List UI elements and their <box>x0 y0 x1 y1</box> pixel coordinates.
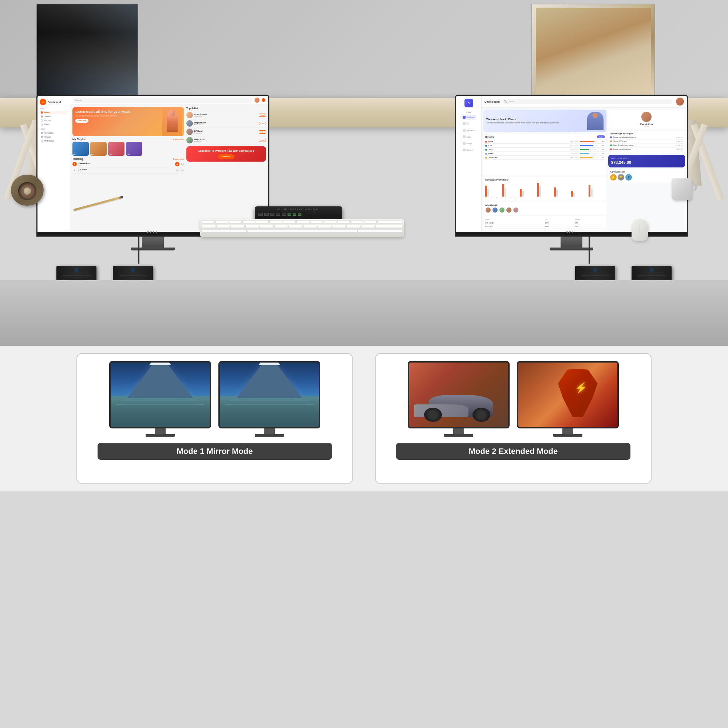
mouse-line <box>639 225 640 232</box>
trending-play-1[interactable]: ▶ <box>175 162 179 166</box>
artist-item-2[interactable]: Megan band Music Artist Follow <box>187 119 266 128</box>
result-row-react: React 19 Jul 2019 50% <box>485 152 605 156</box>
sc-search-box[interactable]: Search <box>73 98 252 102</box>
study-account-label: ACCOUNT BALANCE <box>611 158 682 159</box>
study-app: S Study Dashboard Art Applications <box>456 96 687 232</box>
study-nav-tasks[interactable]: Tasks <box>462 134 476 139</box>
speaker-left <box>11 175 44 206</box>
soundcloud-app: ♫ Souncloud Menu Home Genres Albums <box>37 96 268 232</box>
study-more-button[interactable]: More <box>597 135 605 138</box>
study-content-area: Welcome back! Diana You have completed 6… <box>482 108 687 232</box>
sc-playlist-explore[interactable]: Explore more <box>173 138 184 141</box>
study-nav-apps-label: Applications <box>466 130 476 132</box>
kvm-label: 4K HDMI USB3.0 KVM SWITCH [KKL] <box>277 208 320 210</box>
sc-playlist-section: My Playlist Explore more Chill Jazz Rock… <box>72 138 184 156</box>
sc-hero-sub: You can get premium you will get lovely … <box>75 115 134 117</box>
sc-subscribe-banner: Subscribe To Premium Now With SoundCloud… <box>187 146 266 162</box>
study-header-avatar <box>676 98 684 106</box>
monitor-left: ♫ Souncloud Menu Home Genres Albums <box>37 95 269 237</box>
study-nav-art[interactable]: Art <box>462 121 476 126</box>
sc-nav-mypl-label: My Playlist <box>44 140 54 142</box>
study-nav-ratings[interactable]: Ratings <box>462 141 476 146</box>
mode1-monitor-b-screen <box>220 362 319 427</box>
study-search-box[interactable]: 🔍 Search <box>502 99 672 104</box>
study-results-card: Results More HTML 17 Nov 2019 80% <box>483 134 606 176</box>
sc-subscribe-button[interactable]: Subscribe <box>218 154 234 159</box>
playlist-item-2[interactable]: Jazz <box>90 142 107 156</box>
study-logo: S <box>465 99 473 107</box>
sc-top-artist-section: Top Artist Arina Grande Music Artist Fol… <box>187 107 266 145</box>
study-results-title: Results <box>485 136 494 138</box>
playlist-item-1[interactable]: Chill <box>72 142 89 156</box>
sidebar-item-popular[interactable]: Popular <box>40 135 68 139</box>
sc-trending-explore[interactable]: Explore more <box>173 158 184 160</box>
sidebar-item-artists[interactable]: Artists <box>40 123 68 126</box>
trending-item-2[interactable]: 2 Als Band 2:30 ▶ 3:05 <box>72 167 184 174</box>
mode2-monitor-c-screen <box>409 362 508 427</box>
cable-left <box>138 235 139 264</box>
sidebar-item-genres[interactable]: Genres <box>40 115 68 118</box>
artist-item-3[interactable]: LP Band Music Artist Follow <box>187 128 266 136</box>
sc-listen-now-button[interactable]: Listen Now <box>75 119 89 123</box>
artist-item-1[interactable]: Arina Grande Music Artist Follow <box>187 111 266 119</box>
mode2-monitor-d: ⚡ <box>517 361 619 437</box>
challenge-item-2: Simple TODO app 31 Mar 2019 <box>610 140 683 144</box>
artist-item-4[interactable]: Mega Band Music Artist Follow <box>187 136 266 145</box>
cable-right <box>589 235 590 264</box>
result-row-css: CSS 17 Feb 2019 75% <box>485 144 605 148</box>
sc-content-area: Listen Music all time for your Mood You … <box>70 105 268 232</box>
trending-play-2[interactable]: ▶ <box>175 168 179 173</box>
mode1-monitors <box>109 361 320 437</box>
mug <box>671 178 691 200</box>
kvm-ports <box>258 213 338 216</box>
sc-top-artist-title: Top Artist <box>187 107 198 110</box>
sidebar-item-albums[interactable]: Albums <box>40 119 68 122</box>
mode1-label: Mode 1 Mirror Mode <box>98 443 332 460</box>
study-course-row-2: JavaScript $300 220 <box>485 225 605 229</box>
playlist-item-3[interactable]: Rock <box>108 142 124 156</box>
study-search-placeholder: Search <box>509 101 514 102</box>
monitor-left-base <box>131 248 175 251</box>
monitor-right-stand <box>561 237 583 248</box>
mode2-monitor-d-base <box>553 434 583 437</box>
challenge-item-4: Create a simple website 20 Apr 2019 <box>610 148 683 152</box>
mode2-monitors: ⚡ <box>408 361 619 437</box>
sidebar-item-home[interactable]: Home <box>40 111 68 114</box>
trending-item-1[interactable]: 1 *Steven Pilot 3:05 ▶ 4:45 <box>72 161 184 167</box>
sc-hero-person <box>162 107 182 136</box>
mouse[interactable] <box>632 219 648 241</box>
sc-nav-albums-label: Albums <box>44 119 50 122</box>
sidebar-item-favourites[interactable]: Favourites <box>40 131 68 135</box>
study-header-title: Dashboard <box>485 100 500 103</box>
study-nav-dashboard[interactable]: Dashboard <box>462 115 476 120</box>
study-welcome-figure <box>587 112 604 130</box>
sc-main-content: Search Listen Music all time for your Mo… <box>70 96 268 232</box>
monitor-right-base <box>550 248 593 251</box>
mode2-box: ⚡ Mode 2 Extended Mode <box>375 353 652 484</box>
sidebar-item-myplaylist[interactable]: My Playlist <box>40 139 68 143</box>
study-course-header-row: Course Fee Enrolled <box>485 218 605 221</box>
sc-subscribe-title: Subscribe To Premium Now With SoundCloud <box>189 149 263 153</box>
study-center-panel: Welcome back! Diana You have completed 6… <box>483 110 606 230</box>
study-welcome-sub: You have completed 62% of your goal this… <box>486 122 587 124</box>
mode1-monitor-a-screen <box>111 362 210 427</box>
keyboard[interactable] <box>200 219 404 237</box>
playlist-item-4[interactable]: EDM <box>126 142 142 156</box>
monitor-right: S Study Dashboard Art Applications <box>455 95 688 237</box>
mode1-monitor-b-stand <box>264 428 275 434</box>
study-profile-card: Patrick Cruz Student <box>608 110 685 129</box>
study-nav-apps[interactable]: Applications <box>462 128 476 133</box>
study-nav-signout-label: Sign out <box>466 149 473 151</box>
sc-hero-title: Listen Music all time for your Mood <box>75 110 134 114</box>
mode1-monitor-b-base <box>255 434 284 437</box>
sc-logo-icon: ♫ <box>40 99 46 105</box>
study-chart-card: Campaign Profitability <box>483 177 606 200</box>
study-attendance-card: Attendance <box>483 202 606 215</box>
result-row-html: HTML 17 Nov 2019 80% <box>485 140 605 144</box>
sc-trending-section: Trending Explore more 1 *Steven Pilot 3:… <box>72 158 184 174</box>
monitor-left-screen: ♫ Souncloud Menu Home Genres Albums <box>37 96 268 232</box>
mode1-monitor-a-base <box>145 434 175 437</box>
study-account-card: ACCOUNT BALANCE $78,245.00 <box>608 155 685 167</box>
study-nav-signout[interactable]: Sign out <box>462 147 476 153</box>
mode1-box: Mode 1 Mirror Mode <box>76 353 353 484</box>
